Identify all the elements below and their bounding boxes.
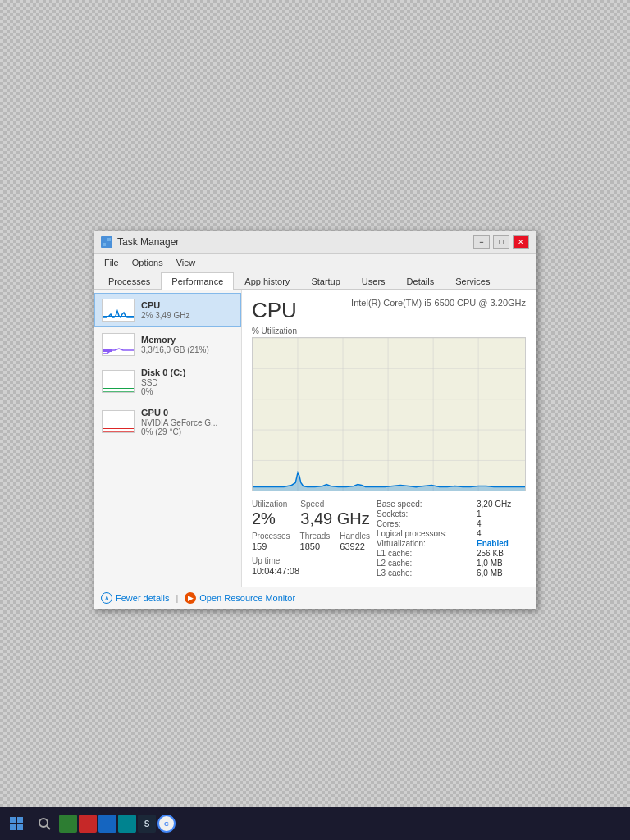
sidebar-item-memory[interactable]: Memory 3,3/16,0 GB (21%)	[94, 327, 241, 362]
l2-val: 1,0 MB	[477, 559, 526, 568]
svg-rect-6	[103, 371, 135, 393]
menu-options[interactable]: Options	[126, 256, 170, 269]
cores-val: 4	[477, 519, 526, 528]
taskbar-item-red[interactable]	[79, 815, 97, 833]
memory-subtitle: 3,3/16,0 GB (21%)	[141, 345, 234, 354]
sidebar: CPU 2% 3,49 GHz Memory 3,3/16,0 GB (	[94, 290, 242, 587]
tab-apphistory[interactable]: App history	[234, 272, 300, 290]
sidebar-item-gpu[interactable]: GPU 0 NVIDIA GeForce G... 0% (29 °C)	[94, 402, 241, 442]
handles-value: 63922	[340, 541, 370, 551]
minimize-button[interactable]: −	[473, 235, 490, 249]
close-button[interactable]: ✕	[513, 235, 529, 249]
taskbar-item-teal[interactable]	[118, 815, 136, 833]
right-panel: CPU Intel(R) Core(TM) i5-6500 CPU @ 3.20…	[242, 290, 536, 587]
utilization-label: Utilization	[252, 500, 287, 509]
taskbar-item-blue[interactable]	[98, 815, 116, 833]
util-speed-row: Utilization 2% Speed 3,49 GHz	[252, 500, 370, 528]
taskbar-item-green[interactable]	[59, 815, 77, 833]
handles-stat: Handles 63922	[340, 532, 370, 551]
tab-details[interactable]: Details	[396, 272, 445, 290]
cores-row: Cores: 4	[377, 519, 526, 528]
main-content: CPU 2% 3,49 GHz Memory 3,3/16,0 GB (	[94, 290, 536, 587]
disk-type: SSD	[141, 378, 234, 387]
sockets-val: 1	[477, 509, 526, 518]
sockets-key: Sockets:	[377, 509, 467, 518]
svg-line-26	[47, 826, 50, 829]
fewer-details-link[interactable]: ∧ Fewer details	[101, 592, 169, 604]
sockets-row: Sockets: 1	[377, 509, 526, 518]
l1-val: 256 KB	[477, 549, 526, 558]
processes-stat: Processes 159	[252, 532, 290, 551]
left-stats: Utilization 2% Speed 3,49 GHz Processes	[252, 500, 370, 578]
menu-file[interactable]: File	[98, 256, 126, 269]
maximize-button[interactable]: □	[493, 235, 509, 249]
gpu-name: NVIDIA GeForce G...	[141, 418, 234, 427]
svg-rect-0	[103, 238, 106, 241]
tab-processes[interactable]: Processes	[98, 272, 161, 290]
memory-sidebar-info: Memory 3,3/16,0 GB (21%)	[141, 335, 234, 354]
svg-point-25	[39, 819, 48, 827]
l3-val: 6,0 MB	[477, 568, 526, 578]
taskbar-search[interactable]	[31, 810, 57, 837]
speed-value: 3,49 GHz	[300, 509, 369, 528]
handles-label: Handles	[340, 532, 370, 541]
screen-background: Task Manager − □ ✕ File Options View Pro…	[0, 0, 630, 840]
bottom-stats: Utilization 2% Speed 3,49 GHz Processes	[252, 500, 526, 578]
panel-title: CPU	[252, 298, 297, 323]
cpu-subtitle: 2% 3,49 GHz	[141, 311, 234, 320]
app-icon	[101, 236, 112, 248]
svg-rect-8	[253, 338, 525, 491]
tab-users[interactable]: Users	[351, 272, 396, 290]
sidebar-item-disk[interactable]: Disk 0 (C:) SSD 0%	[94, 362, 241, 402]
gpu-thumbnail	[102, 410, 135, 433]
disk-usage: 0%	[141, 387, 234, 396]
uptime-value: 10:04:47:08	[252, 566, 370, 576]
l2-row: L2 cache: 1,0 MB	[377, 559, 526, 568]
processes-row: Processes 159 Threads 1850 Handles 63922	[252, 532, 370, 551]
chart-y-label: % Utilization	[252, 326, 526, 336]
taskbar-start[interactable]	[3, 810, 30, 837]
base-speed-val: 3,20 GHz	[477, 500, 526, 509]
tab-startup[interactable]: Startup	[300, 272, 350, 290]
taskbar-item-browser[interactable]: C	[158, 815, 176, 833]
panel-header: CPU Intel(R) Core(TM) i5-6500 CPU @ 3.20…	[252, 298, 526, 323]
footer-separator: |	[176, 593, 178, 603]
virtualization-val: Enabled	[477, 539, 526, 548]
threads-label: Threads	[300, 532, 331, 541]
svg-rect-2	[103, 243, 106, 246]
cores-key: Cores:	[377, 519, 467, 528]
cpu-thumbnail	[102, 299, 135, 322]
threads-value: 1850	[300, 541, 331, 551]
svg-rect-22	[17, 817, 23, 823]
logical-row: Logical processors: 4	[377, 529, 526, 538]
disk-sidebar-info: Disk 0 (C:) SSD 0%	[141, 368, 234, 396]
base-speed-key: Base speed:	[377, 500, 467, 509]
logical-key: Logical processors:	[377, 529, 467, 538]
taskbar-item-steam[interactable]: S	[138, 815, 156, 833]
menu-view[interactable]: View	[170, 256, 203, 269]
svg-rect-24	[17, 824, 23, 830]
speed-stat: Speed 3,49 GHz	[300, 500, 369, 528]
tab-services[interactable]: Services	[445, 272, 500, 290]
cpu-chart-svg	[253, 338, 525, 491]
memory-thumbnail	[102, 333, 135, 356]
l2-key: L2 cache:	[377, 559, 467, 568]
title-bar: Task Manager − □ ✕	[94, 231, 536, 254]
open-monitor-label: Open Resource Monitor	[199, 593, 295, 603]
panel-subtitle: Intel(R) Core(TM) i5-6500 CPU @ 3.20GHz	[351, 298, 526, 308]
processes-value: 159	[252, 541, 290, 551]
processes-label: Processes	[252, 532, 290, 541]
l3-key: L3 cache:	[377, 568, 467, 578]
window-controls: − □ ✕	[473, 235, 529, 249]
utilization-stat: Utilization 2%	[252, 500, 287, 528]
footer: ∧ Fewer details | ▶ Open Resource Monito…	[94, 587, 536, 609]
sidebar-item-cpu[interactable]: CPU 2% 3,49 GHz	[94, 293, 241, 327]
cpu-title: CPU	[141, 300, 234, 310]
cpu-sidebar-info: CPU 2% 3,49 GHz	[141, 300, 234, 320]
tab-performance[interactable]: Performance	[161, 272, 234, 290]
logical-val: 4	[477, 529, 526, 538]
open-resource-monitor-link[interactable]: ▶ Open Resource Monitor	[185, 592, 295, 604]
l1-key: L1 cache:	[377, 549, 467, 558]
svg-rect-4	[103, 299, 135, 322]
speed-label: Speed	[300, 500, 369, 509]
